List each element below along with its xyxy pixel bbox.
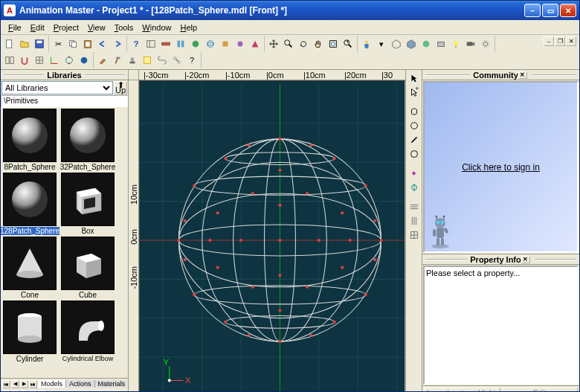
tab-models[interactable]: Models xyxy=(38,380,66,388)
fit-icon[interactable] xyxy=(326,36,341,51)
primitive-cube[interactable]: Cube xyxy=(60,237,115,299)
svg-point-26 xyxy=(365,41,368,44)
primitive-128patch-sphere[interactable]: 128Patch_Sphere xyxy=(2,173,57,235)
select-mode-icon[interactable]: + xyxy=(407,86,421,99)
timeline-icon[interactable] xyxy=(158,36,173,51)
arrow-dropdown-icon[interactable]: ▾ xyxy=(374,36,389,51)
snap-icon[interactable] xyxy=(17,53,32,68)
menu-edit[interactable]: Edit xyxy=(26,22,49,33)
render-icon[interactable] xyxy=(419,36,434,51)
maximize-button[interactable]: ▭ xyxy=(542,4,558,17)
shape-tool-icon[interactable] xyxy=(407,147,421,161)
tab-next-icon[interactable]: ▶ xyxy=(20,380,28,388)
save-file-icon[interactable] xyxy=(32,36,47,51)
community-icon[interactable] xyxy=(188,36,203,51)
dist-grid-icon[interactable] xyxy=(407,228,421,242)
propinfo-close-icon[interactable]: ✕ xyxy=(521,256,530,263)
mdi-restore-button[interactable]: ❐ xyxy=(555,36,565,46)
stamp-icon[interactable] xyxy=(125,53,140,68)
axis-icon[interactable] xyxy=(47,53,62,68)
close-button[interactable]: ✕ xyxy=(560,4,576,17)
dist-h-icon[interactable] xyxy=(407,200,421,213)
sphere-tool-icon[interactable] xyxy=(407,119,421,132)
bone-tool-icon[interactable]: ✦ xyxy=(407,167,421,180)
primitive-8patch-sphere[interactable]: 8Patch_Sphere xyxy=(2,109,57,171)
tab-materials[interactable]: Materials xyxy=(95,380,126,388)
menu-tools[interactable]: Tools xyxy=(110,22,138,33)
paste-icon[interactable] xyxy=(80,36,95,51)
paint-icon[interactable] xyxy=(95,53,110,68)
hammer-icon[interactable] xyxy=(110,53,125,68)
cube-tool-icon[interactable] xyxy=(407,105,421,118)
cursor-move-icon[interactable] xyxy=(266,36,281,51)
globe-vtx-icon[interactable] xyxy=(62,53,77,68)
path-bar[interactable]: \Primitives xyxy=(1,95,128,107)
zoom-icon[interactable] xyxy=(281,36,296,51)
dist-v-icon[interactable] xyxy=(407,214,421,228)
svg-marker-136 xyxy=(411,75,416,83)
svg-text:X: X xyxy=(185,376,191,385)
zoom-extents-icon[interactable]: + xyxy=(341,36,355,51)
constraint-tool-icon[interactable] xyxy=(407,181,421,194)
mdi-minimize-button[interactable]: – xyxy=(544,36,554,46)
open-file-icon[interactable] xyxy=(17,36,32,51)
rotate-icon[interactable] xyxy=(296,36,311,51)
library-icon[interactable] xyxy=(173,36,188,51)
tab-first-icon[interactable]: ⏮ xyxy=(2,380,10,388)
help-icon[interactable]: ? xyxy=(129,36,144,51)
copy-icon[interactable] xyxy=(65,36,80,51)
signin-link[interactable]: Click here to sign in xyxy=(462,162,540,173)
primitive-cone[interactable]: Cone xyxy=(2,237,57,299)
wireframe-icon[interactable] xyxy=(389,36,404,51)
link-icon[interactable] xyxy=(155,53,170,68)
tool-icon-2[interactable] xyxy=(233,36,248,51)
tab-last-icon[interactable]: ⏭ xyxy=(29,380,37,388)
svg-text:Y: Y xyxy=(163,358,169,367)
project-workspace-icon[interactable] xyxy=(144,36,158,51)
pan-icon[interactable] xyxy=(311,36,326,51)
light-icon[interactable] xyxy=(448,36,463,51)
grid-icon[interactable] xyxy=(32,53,47,68)
up-button[interactable]: ⬆Up xyxy=(114,81,127,94)
viewport-3d[interactable]: Y X xyxy=(139,80,405,392)
settings-icon[interactable] xyxy=(478,36,493,51)
render-settings-icon[interactable] xyxy=(434,36,448,51)
primitive-cylindrical-elbow[interactable]: Cylindrical Elbow xyxy=(60,301,115,363)
character-icon[interactable] xyxy=(359,36,374,51)
menu-file[interactable]: FFileile xyxy=(4,22,26,33)
world-icon[interactable] xyxy=(203,36,218,51)
property-info-panel: Property Info✕ Please select a property.… xyxy=(422,254,579,385)
bone-icon[interactable] xyxy=(170,53,184,68)
menu-view[interactable]: View xyxy=(83,22,110,33)
launch-external-button[interactable]: Launch external links xyxy=(424,388,500,392)
tab-actions[interactable]: Actions xyxy=(66,380,95,388)
new-file-icon[interactable] xyxy=(2,36,17,51)
primitive-cylinder[interactable]: Cylinder xyxy=(2,301,57,363)
note-icon[interactable] xyxy=(140,53,155,68)
tool-icon-1[interactable] xyxy=(218,36,233,51)
edit-button[interactable]: Edit xyxy=(502,388,579,392)
minimize-button[interactable]: – xyxy=(524,4,541,17)
camera-icon[interactable] xyxy=(463,36,478,51)
undo-icon[interactable] xyxy=(95,36,110,51)
pick-tool-icon[interactable] xyxy=(407,71,421,85)
tab-prev-icon[interactable]: ◀ xyxy=(11,380,19,388)
cut-icon[interactable]: ✂ xyxy=(51,36,65,51)
tool-icon-3[interactable] xyxy=(248,36,262,51)
question-icon[interactable]: ? xyxy=(184,53,199,68)
libraries-dropdown[interactable]: All Libraries xyxy=(1,81,113,94)
svg-point-103 xyxy=(224,321,227,324)
globe2-icon[interactable] xyxy=(77,53,91,68)
menu-window[interactable]: Window xyxy=(138,22,175,33)
community-close-icon[interactable]: ✕ xyxy=(518,71,527,79)
primitive-32patch-sphere[interactable]: 32Patch_Sphere xyxy=(60,109,115,171)
slash-tool-icon[interactable] xyxy=(407,133,421,147)
primitive-box[interactable]: Box xyxy=(60,173,115,235)
svg-point-105 xyxy=(193,293,196,296)
split-v-icon[interactable] xyxy=(2,53,17,68)
redo-icon[interactable] xyxy=(110,36,125,51)
shaded-icon[interactable] xyxy=(404,36,419,51)
menu-help[interactable]: Help xyxy=(175,22,202,33)
menu-project[interactable]: Project xyxy=(49,22,83,33)
mdi-close-button[interactable]: ✕ xyxy=(566,36,576,46)
